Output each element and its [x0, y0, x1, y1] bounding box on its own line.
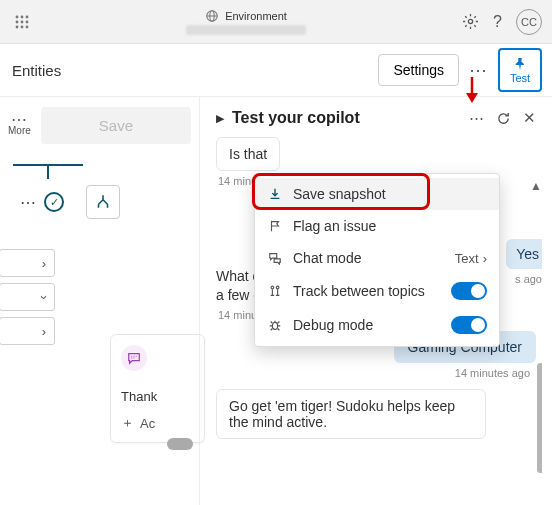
toggle-on[interactable] — [451, 282, 487, 300]
more-actions-button[interactable]: ⋯ — [469, 59, 488, 81]
page-title: Entities — [10, 62, 160, 79]
save-button: Save — [41, 107, 191, 144]
message-node[interactable]: Thank ＋ Ac — [110, 334, 205, 443]
user-reply-fragment: Yes — [506, 239, 542, 269]
bot-message: Is that — [216, 137, 280, 171]
download-icon — [267, 187, 283, 201]
avatar[interactable]: CC — [516, 9, 542, 35]
svg-point-8 — [26, 25, 29, 28]
svg-point-3 — [16, 20, 19, 23]
scroll-up-icon[interactable]: ▲ — [530, 179, 542, 193]
menu-chat-mode[interactable]: Chat mode Text› — [255, 242, 499, 274]
svg-point-2 — [26, 15, 29, 18]
panel-title: Test your copilot — [232, 109, 461, 127]
flow-connector — [47, 165, 49, 179]
panel-more-menu: Save snapshot Flag an issue Chat mode Te… — [254, 173, 500, 347]
close-icon[interactable]: ✕ — [523, 109, 536, 127]
test-button[interactable]: Test — [498, 48, 542, 92]
option-row[interactable]: › — [0, 249, 55, 277]
svg-point-5 — [26, 20, 29, 23]
menu-save-snapshot[interactable]: Save snapshot — [255, 178, 499, 210]
chevron-right-icon: › — [483, 251, 487, 266]
gear-icon[interactable] — [462, 13, 479, 30]
canvas-more-button[interactable]: ⋯ More — [8, 115, 31, 136]
svg-point-6 — [16, 25, 19, 28]
plus-icon: ＋ — [121, 414, 134, 432]
bug-icon — [267, 318, 283, 332]
menu-track-topics[interactable]: Track between topics — [255, 274, 499, 308]
svg-point-0 — [16, 15, 19, 18]
canvas-panel: ⋯ More Save ⋯ ✓ › › › — [0, 97, 200, 505]
timestamp-fragment: s ago — [515, 273, 542, 285]
option-row[interactable]: › — [0, 283, 55, 311]
add-action-button[interactable]: ＋ Ac — [121, 414, 194, 432]
panel-more-button[interactable]: ⋯ — [469, 109, 484, 127]
svg-point-11 — [468, 19, 472, 23]
svg-point-12 — [271, 286, 274, 289]
svg-point-14 — [272, 322, 277, 329]
vertical-scrollbar[interactable] — [537, 363, 542, 473]
timestamp: 14 minutes ago — [218, 367, 530, 379]
test-panel: ▶ Test your copilot ⋯ ✕ Save snapshot — [200, 97, 552, 505]
chat-icon — [267, 251, 283, 265]
svg-point-7 — [21, 25, 24, 28]
branch-node[interactable] — [86, 185, 120, 219]
svg-point-13 — [276, 286, 279, 289]
message-icon — [121, 345, 147, 371]
pin-icon — [513, 57, 527, 71]
check-icon: ✓ — [44, 192, 64, 212]
node-more-icon[interactable]: ⋯ — [20, 193, 36, 212]
waffle-icon[interactable] — [14, 14, 30, 30]
caret-right-icon[interactable]: ▶ — [216, 112, 224, 125]
refresh-icon[interactable] — [496, 111, 511, 126]
settings-button[interactable]: Settings — [378, 54, 459, 86]
track-icon — [267, 284, 283, 298]
message-text: Thank — [121, 389, 194, 404]
globe-icon — [205, 9, 219, 23]
horizontal-scrollbar[interactable] — [167, 438, 193, 450]
menu-debug-mode[interactable]: Debug mode — [255, 308, 499, 342]
environment-label: Environment — [225, 10, 287, 22]
toggle-on[interactable] — [451, 316, 487, 334]
menu-flag-issue[interactable]: Flag an issue — [255, 210, 499, 242]
help-icon[interactable]: ? — [493, 13, 502, 31]
bot-message: Go get 'em tiger! Sudoku helps keep the … — [216, 389, 486, 439]
flag-icon — [267, 219, 283, 233]
svg-point-4 — [21, 20, 24, 23]
environment-indicator[interactable]: Environment — [30, 9, 462, 35]
option-row[interactable]: › — [0, 317, 55, 345]
environment-name-blur — [186, 25, 306, 35]
svg-point-1 — [21, 15, 24, 18]
